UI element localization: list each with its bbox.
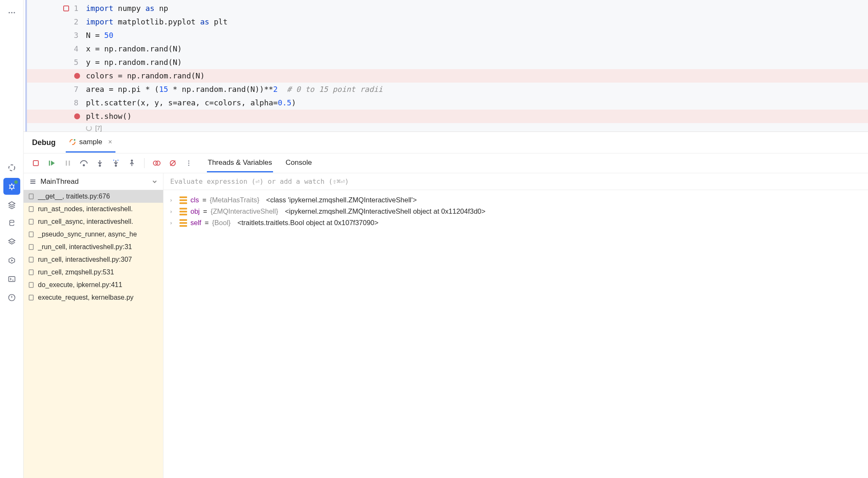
svg-rect-34 [29, 257, 33, 262]
stack-frame[interactable]: _run_cell, interactiveshell.py:31 [24, 241, 163, 253]
gutter[interactable]: 1 [27, 2, 86, 15]
svg-rect-37 [29, 295, 33, 300]
code-line[interactable]: 5y = np.random.rand(N) [27, 56, 868, 69]
stack-frame[interactable]: _pseudo_sync_runner, async_he [24, 228, 163, 241]
step-into-my-button[interactable] [110, 157, 122, 169]
stack-frame[interactable]: do_execute, ipkernel.py:411 [24, 279, 163, 291]
view-breakpoints-button[interactable] [150, 157, 163, 169]
code-cell[interactable]: 1import numpy as np2import matplotlib.py… [25, 0, 868, 132]
mute-breakpoints-button[interactable] [166, 157, 179, 169]
loading-icon[interactable] [3, 159, 20, 176]
code-line[interactable]: colors = np.random.rand(N) [27, 69, 868, 83]
svg-rect-35 [29, 270, 33, 275]
problems-icon[interactable] [3, 289, 20, 306]
more-icon[interactable] [3, 4, 20, 21]
spinner-icon [86, 125, 92, 131]
stop-button[interactable] [29, 157, 42, 169]
terminal-icon[interactable] [3, 271, 20, 287]
variable-row[interactable]: › self = {Bool} <traitlets.traitlets.Boo… [166, 217, 865, 228]
jupyter-icon [69, 139, 76, 145]
file-icon [28, 244, 35, 250]
breakpoint-empty-icon[interactable] [63, 5, 69, 11]
svg-point-4 [10, 185, 13, 188]
svg-rect-29 [29, 194, 33, 199]
step-into-button[interactable] [94, 157, 106, 169]
cell-exec-count: [7] [27, 125, 868, 132]
debug-toolbar: Threads & Variables Console [24, 153, 868, 173]
debug-panel: Debug sample × [24, 132, 868, 478]
tab-threads-variables[interactable]: Threads & Variables [207, 154, 273, 172]
file-icon [28, 256, 35, 263]
svg-point-18 [131, 160, 133, 161]
breakpoint-icon[interactable] [74, 73, 80, 79]
stack-frame[interactable]: run_cell, interactiveshell.py:307 [24, 253, 163, 266]
gutter[interactable]: 5 [27, 56, 86, 69]
svg-rect-10 [33, 161, 38, 166]
svg-point-2 [13, 12, 15, 13]
frames-pane: MainThread __get__, traitlets.py:676run_… [24, 173, 163, 478]
thread-selector[interactable]: MainThread [24, 173, 163, 190]
python-icon[interactable] [3, 215, 20, 232]
stack-frame[interactable]: run_cell_async, interactiveshell. [24, 215, 163, 228]
code-line[interactable]: 3N = 50 [27, 29, 868, 42]
stack-frame[interactable]: execute_request, kernelbase.py [24, 291, 163, 304]
gutter[interactable]: 2 [27, 15, 86, 29]
gutter[interactable]: 3 [27, 29, 86, 42]
code-line[interactable]: 2import matplotlib.pyplot as plt [27, 15, 868, 29]
svg-point-3 [9, 165, 15, 171]
code-line[interactable]: 4x = np.random.rand(N) [27, 42, 868, 56]
code-line[interactable]: 7area = np.pi * (15 * np.random.rand(N))… [27, 83, 868, 96]
services-icon[interactable] [3, 252, 20, 269]
tab-console[interactable]: Console [285, 154, 313, 172]
gutter[interactable]: 8 [27, 96, 86, 110]
debug-tool-icon[interactable] [3, 178, 20, 195]
svg-rect-32 [29, 232, 33, 237]
layers2-icon[interactable] [3, 234, 20, 250]
svg-point-17 [115, 165, 117, 166]
code-line[interactable]: plt.show() [27, 110, 868, 123]
thread-icon [29, 178, 36, 185]
chevron-right-icon[interactable]: › [170, 197, 176, 203]
code-line[interactable]: 1import numpy as np [27, 2, 868, 15]
file-icon [28, 193, 35, 200]
field-icon [179, 219, 187, 227]
svg-rect-30 [29, 207, 33, 212]
svg-rect-11 [49, 161, 50, 166]
close-icon[interactable]: × [108, 138, 112, 146]
debug-panel-label: Debug [30, 138, 57, 147]
step-out-button[interactable] [126, 157, 138, 169]
chevron-down-icon [152, 179, 157, 184]
svg-point-24 [188, 163, 190, 164]
svg-point-1 [11, 12, 12, 13]
pause-button[interactable] [62, 157, 74, 169]
svg-rect-6 [8, 277, 15, 282]
debug-file-tab[interactable]: sample × [66, 132, 115, 153]
stack-frame[interactable]: run_ast_nodes, interactiveshell. [24, 203, 163, 215]
field-icon [179, 208, 187, 215]
stack-frame[interactable]: run_cell, zmqshell.py:531 [24, 266, 163, 279]
chevron-right-icon[interactable]: › [170, 209, 176, 215]
file-icon [28, 206, 35, 212]
stack-frame[interactable]: __get__, traitlets.py:676 [24, 190, 163, 203]
file-icon [28, 282, 35, 288]
svg-rect-14 [69, 161, 70, 166]
svg-point-9 [74, 139, 75, 141]
code-line[interactable]: 8plt.scatter(x, y, s=area, c=colors, alp… [27, 96, 868, 110]
evaluate-input[interactable]: Evaluate expression (⏎) or add a watch (… [163, 173, 868, 190]
file-icon [28, 294, 35, 301]
variable-row[interactable]: › cls = {MetaHasTraits} <class 'ipykerne… [166, 194, 865, 206]
svg-rect-36 [29, 282, 33, 287]
chevron-right-icon[interactable]: › [170, 220, 176, 226]
breakpoint-icon[interactable] [74, 113, 80, 119]
resume-button[interactable] [46, 157, 58, 169]
tool-sidebar [0, 0, 24, 478]
svg-point-15 [83, 165, 85, 166]
step-over-button[interactable] [78, 157, 90, 169]
gutter[interactable]: 4 [27, 42, 86, 56]
layers-icon[interactable] [3, 196, 20, 213]
gutter[interactable]: 7 [27, 83, 86, 96]
file-icon [28, 231, 35, 238]
toolbar-more-icon[interactable] [182, 157, 195, 169]
file-icon [28, 269, 35, 276]
variable-row[interactable]: › obj = {ZMQInteractiveShell} <ipykernel… [166, 206, 865, 217]
